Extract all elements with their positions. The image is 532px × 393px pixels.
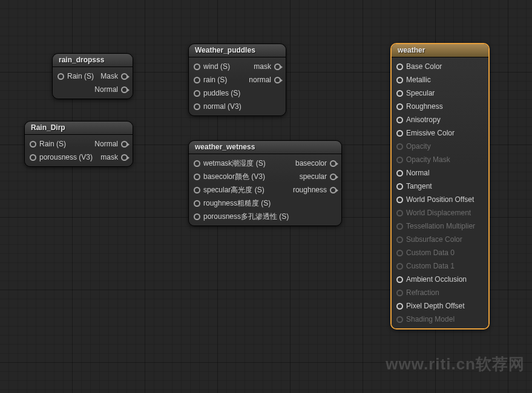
pin-row: basecolor颜色 (V3) specular bbox=[189, 170, 341, 183]
input-pin-icon[interactable] bbox=[396, 197, 403, 203]
pin-row: Normal bbox=[53, 83, 133, 96]
pin-label: roughness bbox=[293, 186, 327, 194]
node-body: Rain (S) Mask Normal bbox=[53, 67, 133, 99]
pin-label: Base Color bbox=[406, 62, 442, 71]
pin-label: porousness多孔渗透性 (S) bbox=[203, 212, 289, 222]
pin-row: Roughness bbox=[392, 100, 488, 113]
node-weather-wetness[interactable]: weather_wetness wetmask潮湿度 (S) basecolor… bbox=[188, 140, 342, 226]
node-title[interactable]: rain_dropsss bbox=[53, 54, 133, 67]
input-pin-icon[interactable] bbox=[194, 77, 200, 83]
input-pin-icon[interactable] bbox=[396, 316, 403, 323]
input-pin-icon[interactable] bbox=[194, 174, 200, 180]
input-pin-icon[interactable] bbox=[396, 77, 403, 83]
pin-row: Metallic bbox=[392, 73, 488, 86]
pin-label: Mask bbox=[100, 72, 118, 80]
pin-label: Specular bbox=[406, 89, 435, 97]
input-pin-icon[interactable] bbox=[396, 170, 403, 177]
node-title[interactable]: weather bbox=[392, 44, 488, 57]
output-pin-icon[interactable] bbox=[121, 73, 128, 80]
output-pin-icon[interactable] bbox=[274, 63, 281, 70]
input-pin-icon[interactable] bbox=[194, 200, 200, 207]
pin-label: Tangent bbox=[406, 182, 432, 190]
pin-label: basecolor颜色 (V3) bbox=[203, 172, 265, 182]
input-pin-icon[interactable] bbox=[396, 263, 403, 270]
input-pin-icon[interactable] bbox=[396, 143, 403, 150]
pin-label: Opacity Mask bbox=[406, 155, 450, 164]
pin-row: Tangent bbox=[392, 180, 488, 193]
pin-label: Opacity bbox=[406, 142, 431, 151]
node-rain-dirp[interactable]: Rain_Dirp Rain (S) Normal porousness (V3… bbox=[24, 121, 133, 167]
input-pin-icon[interactable] bbox=[396, 90, 403, 97]
pin-row: Opacity Mask bbox=[392, 153, 488, 166]
input-pin-icon[interactable] bbox=[194, 90, 200, 97]
node-title[interactable]: weather_wetness bbox=[189, 141, 341, 154]
input-pin-icon[interactable] bbox=[396, 210, 403, 216]
input-pin-icon[interactable] bbox=[396, 303, 403, 310]
pin-row: Base Color bbox=[392, 60, 488, 73]
input-pin-icon[interactable] bbox=[194, 187, 200, 193]
node-body: wind (S) mask rain (S) normal puddles (S… bbox=[189, 57, 286, 115]
node-weather[interactable]: weather Base ColorMetallicSpecularRoughn… bbox=[390, 43, 490, 330]
input-pin-icon[interactable] bbox=[396, 236, 403, 243]
node-body: wetmask潮湿度 (S) basecolor basecolor颜色 (V3… bbox=[189, 154, 341, 226]
pin-row: Emissive Color bbox=[392, 126, 488, 140]
output-pin-icon[interactable] bbox=[121, 141, 128, 148]
pin-label: Emissive Color bbox=[406, 129, 455, 137]
node-rain-dropsss[interactable]: rain_dropsss Rain (S) Mask Normal bbox=[52, 53, 133, 99]
input-pin-icon[interactable] bbox=[396, 250, 403, 256]
pin-label: Roughness bbox=[406, 102, 443, 111]
output-pin-icon[interactable] bbox=[330, 160, 337, 167]
pin-label: puddles (S) bbox=[203, 89, 240, 97]
pin-label: Metallic bbox=[406, 76, 431, 84]
input-pin-icon[interactable] bbox=[194, 103, 200, 110]
input-pin-icon[interactable] bbox=[194, 63, 200, 70]
input-pin-icon[interactable] bbox=[396, 276, 403, 283]
pin-row: roughness粗糙度 (S) bbox=[189, 197, 341, 210]
input-pin-icon[interactable] bbox=[396, 183, 403, 190]
node-weather-puddles[interactable]: Weather_puddles wind (S) mask rain (S) n… bbox=[188, 44, 286, 116]
input-pin-icon[interactable] bbox=[396, 63, 403, 70]
input-pin-icon[interactable] bbox=[194, 213, 200, 220]
node-title[interactable]: Weather_puddles bbox=[189, 44, 286, 57]
input-pin-icon[interactable] bbox=[57, 73, 64, 80]
pin-row: Refraction bbox=[392, 286, 488, 299]
input-pin-icon[interactable] bbox=[396, 290, 403, 296]
output-pin-icon[interactable] bbox=[330, 174, 337, 180]
input-pin-icon[interactable] bbox=[396, 130, 403, 137]
input-pin-icon[interactable] bbox=[396, 157, 403, 163]
pin-label: Rain (S) bbox=[39, 140, 66, 148]
pin-row: Shading Model bbox=[392, 313, 488, 326]
input-pin-icon[interactable] bbox=[396, 103, 403, 110]
output-pin-icon[interactable] bbox=[330, 187, 337, 193]
pin-row: Ambient Occlusion bbox=[392, 273, 488, 286]
input-pin-icon[interactable] bbox=[194, 160, 200, 167]
input-pin-icon[interactable] bbox=[30, 154, 36, 161]
pin-row: Opacity bbox=[392, 140, 488, 153]
output-pin-icon[interactable] bbox=[121, 86, 128, 93]
node-body: Rain (S) Normal porousness (V3) mask bbox=[25, 135, 133, 166]
output-pin-icon[interactable] bbox=[121, 154, 128, 161]
pin-label: Refraction bbox=[406, 288, 439, 297]
input-pin-icon[interactable] bbox=[396, 223, 403, 230]
output-pin-icon[interactable] bbox=[274, 77, 281, 83]
watermark-text: www.riti.cn软荐网 bbox=[386, 354, 525, 375]
pin-label: normal bbox=[249, 76, 271, 84]
pin-label: Custom Data 0 bbox=[406, 248, 455, 257]
node-title[interactable]: Rain_Dirp bbox=[25, 122, 133, 135]
pin-row: Normal bbox=[392, 166, 488, 180]
input-pin-icon[interactable] bbox=[396, 117, 403, 123]
pin-row: Tessellation Multiplier bbox=[392, 219, 488, 233]
pin-row: Subsurface Color bbox=[392, 233, 488, 246]
input-pin-icon[interactable] bbox=[30, 141, 36, 148]
pin-row: World Position Offset bbox=[392, 193, 488, 206]
pin-label: mask bbox=[254, 62, 271, 71]
pin-label: Normal bbox=[406, 169, 430, 177]
pin-label: Subsurface Color bbox=[406, 235, 462, 244]
pin-row: Rain (S) Mask bbox=[53, 70, 133, 83]
pin-label: specular高光度 (S) bbox=[203, 185, 264, 195]
pin-label: Ambient Occlusion bbox=[406, 275, 467, 284]
pin-row: Pixel Depth Offset bbox=[392, 299, 488, 313]
pin-row: wetmask潮湿度 (S) basecolor bbox=[189, 157, 341, 170]
pin-label: Rain (S) bbox=[67, 72, 94, 80]
pin-row: Rain (S) Normal bbox=[25, 137, 133, 151]
